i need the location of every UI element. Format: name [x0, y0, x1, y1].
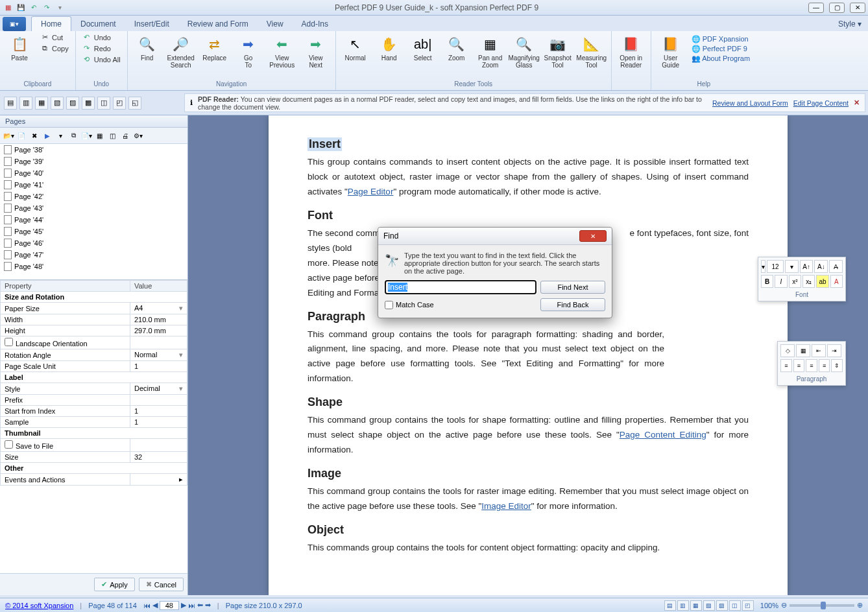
undo-all-button[interactable]: ⟲Undo All	[80, 54, 123, 64]
sv-3[interactable]: ▦	[690, 600, 702, 611]
vm-4[interactable]: ▧	[51, 97, 64, 110]
pan-zoom-tool[interactable]: ▦Pan and Zoom	[475, 32, 506, 70]
measuring-tool[interactable]: 📐Measuring Tool	[576, 32, 607, 70]
sbt-4[interactable]: ▶	[42, 130, 53, 141]
image-editor-link[interactable]: Image Editor	[481, 501, 531, 511]
match-case-checkbox[interactable]: Match Case	[385, 301, 536, 309]
extended-search-button[interactable]: 🔎Extended Search	[165, 32, 197, 70]
select-tool[interactable]: ab|Select	[407, 32, 439, 63]
prop-row[interactable]: Paper SizeA4	[1, 303, 187, 314]
paste-button[interactable]: 📋Paste	[4, 32, 35, 63]
zoom-tool[interactable]: 🔍Zoom	[441, 32, 472, 63]
review-layout-link[interactable]: Review and Layout Form	[712, 99, 788, 107]
nav-next-icon[interactable]: ▶	[181, 601, 186, 609]
zoom-out-icon[interactable]: ⊖	[781, 601, 787, 609]
tab-insert-edit[interactable]: Insert/Edit	[125, 17, 178, 31]
minimize-button[interactable]: —	[808, 3, 824, 13]
nav-prev-icon[interactable]: ◀	[152, 601, 158, 609]
page-list-item[interactable]: Page '42'	[0, 191, 187, 202]
prop-row[interactable]: Size32	[1, 452, 187, 463]
info-close-icon[interactable]: ✕	[854, 99, 860, 107]
view-next-button[interactable]: ➡View Next	[300, 32, 332, 70]
vm-7[interactable]: ◫	[97, 97, 110, 110]
prop-row[interactable]: Prefix	[1, 395, 187, 406]
user-guide-button[interactable]: 📙User Guide	[655, 32, 686, 70]
zoom-in-icon[interactable]: ⊕	[857, 601, 863, 609]
replace-button[interactable]: ⇄Replace	[199, 32, 230, 63]
page-list-item[interactable]: Page '46'	[0, 237, 187, 249]
sbt-1[interactable]: 📂▾	[3, 130, 14, 141]
apply-button[interactable]: ✔Apply	[94, 578, 135, 591]
sv-5[interactable]: ▨	[716, 600, 728, 611]
page-list-item[interactable]: Page '39'	[0, 156, 187, 167]
prop-row[interactable]: Width210.0 mm	[1, 314, 187, 325]
qat-redo-icon[interactable]: ↷	[42, 3, 52, 13]
vm-9[interactable]: ◱	[128, 97, 141, 110]
page-list-item[interactable]: Page '41'	[0, 179, 187, 191]
prop-row[interactable]: Sample1	[1, 417, 187, 428]
prop-row[interactable]: Page Scale Unit1	[1, 361, 187, 372]
prop-row[interactable]: Start from Index1	[1, 406, 187, 417]
sbt-9[interactable]: ◫	[106, 130, 118, 141]
tab-document[interactable]: Document	[71, 17, 125, 31]
qat-more-icon[interactable]: ▾	[54, 3, 65, 13]
vm-5[interactable]: ▨	[66, 97, 79, 110]
undo-button[interactable]: ↶Undo	[80, 32, 123, 42]
sbt-8[interactable]: ▦	[93, 130, 105, 141]
edit-page-content-link[interactable]: Edit Page Content	[793, 99, 849, 107]
redo-button[interactable]: ↷Redo	[80, 43, 123, 53]
close-button[interactable]: ✕	[850, 3, 865, 13]
page-list-item[interactable]: Page '48'	[0, 261, 187, 272]
vm-6[interactable]: ▩	[82, 97, 95, 110]
find-back-button[interactable]: Find Back	[540, 298, 605, 311]
pdf-xpansion-link[interactable]: 🌐 PDF Xpansion	[692, 35, 750, 43]
goto-button[interactable]: ➡Go To	[233, 32, 264, 70]
nav-first-icon[interactable]: ⏮	[143, 602, 151, 609]
vm-8[interactable]: ◰	[113, 97, 126, 110]
sbt-5[interactable]: ▾	[54, 130, 66, 141]
nav-last-icon[interactable]: ⏭	[188, 602, 195, 609]
page-number-input[interactable]	[160, 601, 179, 610]
sv-1[interactable]: ▤	[664, 600, 676, 611]
page-list[interactable]: Page '38'Page '39'Page '40'Page '41'Page…	[0, 144, 187, 280]
sbt-2[interactable]: 📄	[16, 130, 27, 141]
tab-view[interactable]: View	[258, 17, 293, 31]
open-in-reader-button[interactable]: 📕Open in Reader	[616, 32, 647, 70]
sbt-7[interactable]: 📄▾	[80, 130, 92, 141]
sv-4[interactable]: ▧	[703, 600, 715, 611]
find-input[interactable]	[385, 280, 536, 294]
tab-review-form[interactable]: Review and Form	[178, 17, 258, 31]
page-list-item[interactable]: Page '40'	[0, 167, 187, 179]
prop-row[interactable]: Rotation AngleNormal	[1, 349, 187, 361]
qat-save-icon[interactable]: 💾	[16, 3, 26, 13]
sv-2[interactable]: ▥	[677, 600, 689, 611]
tab-home[interactable]: Home	[31, 16, 71, 31]
prop-row[interactable]: Events and Actions▸	[1, 474, 187, 486]
cancel-button[interactable]: ✖Cancel	[139, 578, 184, 591]
cut-button[interactable]: ✂Cut	[38, 32, 71, 42]
nav-fwd-icon[interactable]: ➡	[205, 601, 211, 609]
page-editor-link[interactable]: Page Editor	[348, 187, 394, 196]
copyright-link[interactable]: © 2014 soft Xpansion	[5, 602, 73, 609]
prop-row[interactable]: Landscape Orientation	[1, 336, 187, 349]
prop-row[interactable]: Save to File	[1, 439, 187, 452]
vm-2[interactable]: ▥	[19, 97, 32, 110]
page-content-editing-link[interactable]: Page Content Editing	[620, 430, 706, 440]
sbt-3[interactable]: ✖	[29, 130, 40, 141]
sv-6[interactable]: ◫	[729, 600, 741, 611]
copy-button[interactable]: ⧉Copy	[38, 43, 71, 53]
page-list-item[interactable]: Page '47'	[0, 249, 187, 261]
style-button[interactable]: Style ▾	[832, 17, 868, 31]
nav-back-icon[interactable]: ⬅	[197, 601, 203, 609]
find-button[interactable]: 🔍Find	[132, 32, 163, 63]
document-area[interactable]: Insert This group contains commands to i…	[188, 115, 868, 595]
magnify-tool[interactable]: 🔍Magnifying Glass	[509, 32, 540, 70]
maximize-button[interactable]: ▢	[829, 3, 845, 13]
find-next-button[interactable]: Find Next	[540, 281, 605, 294]
zoom-slider[interactable]	[790, 604, 854, 607]
page-list-item[interactable]: Page '43'	[0, 202, 187, 214]
page-list-item[interactable]: Page '38'	[0, 144, 187, 156]
page-list-item[interactable]: Page '44'	[0, 214, 187, 226]
prop-row[interactable]: StyleDecimal	[1, 383, 187, 395]
sbt-6[interactable]: ⧉	[67, 130, 79, 141]
